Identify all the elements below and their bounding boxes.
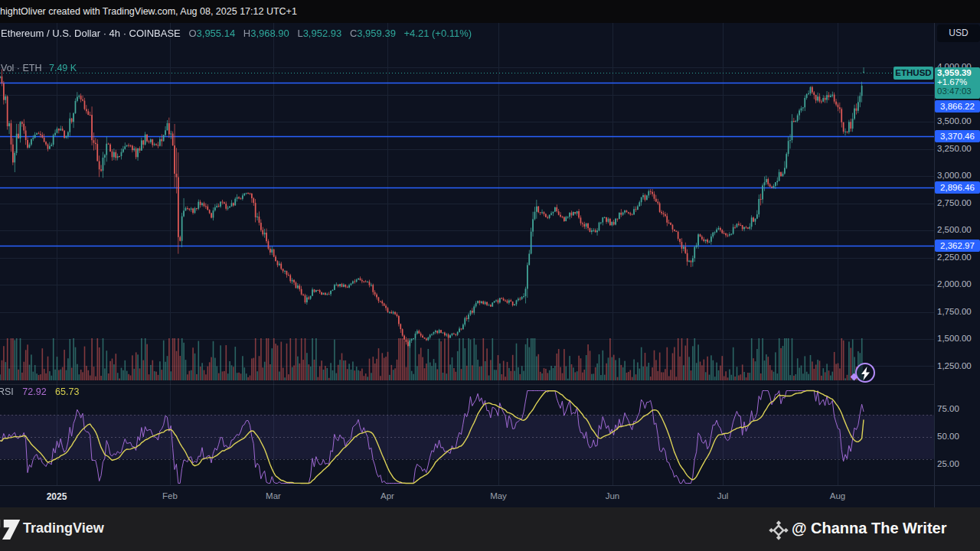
rsi-axis-tick: 50.00 <box>937 432 959 441</box>
high-label: H <box>243 28 250 39</box>
price-axis-tick: 1,500.00 <box>937 334 972 343</box>
watermark-bar: hightOliver created with TradingView.com… <box>0 0 980 23</box>
time-axis-label: Jul <box>717 491 729 500</box>
price-axis-tick: 1,750.00 <box>937 307 972 316</box>
price-level-badge: 3,866.22 <box>935 100 980 112</box>
time-axis-label: Aug <box>830 491 845 500</box>
bar-countdown: 03:47:03 <box>937 86 980 96</box>
time-axis-label: Mar <box>266 491 281 500</box>
lightning-cursor-icon <box>855 363 875 383</box>
tradingview-snapshot: hightOliver created with TradingView.com… <box>0 0 980 551</box>
price-axis-tick: 2,250.00 <box>937 253 972 262</box>
symbol-title: Ethereum / U.S. Dollar · 4h · COINBASE <box>1 28 181 39</box>
price-level-badge: 3,370.46 <box>935 130 980 142</box>
volume-legend[interactable]: Vol · ETH 7.49 K <box>1 63 77 73</box>
lightning-bolt-icon <box>860 367 871 380</box>
time-axis-label: May <box>490 491 507 500</box>
diamond-icon <box>769 520 789 540</box>
time-axis-label: 2025 <box>47 491 67 502</box>
price-axis-tick: 1,250.00 <box>937 361 972 370</box>
credit-text: @ Channa The Writer <box>792 520 947 537</box>
chart-region: Ethereum / U.S. Dollar · 4h · COINBASE O… <box>0 23 980 507</box>
currency-unit-button[interactable]: USD <box>937 24 980 42</box>
price-axis-tick: 3,000.00 <box>937 171 972 180</box>
rsi-ma-value: 65.73 <box>55 386 79 397</box>
volume-value: 7.49 K <box>49 63 77 73</box>
rsi-axis-tick: 75.00 <box>937 404 959 413</box>
volume-label: Vol · ETH <box>1 63 42 73</box>
close-label: C <box>350 28 357 39</box>
time-axis-label: Apr <box>381 491 394 500</box>
footer-bar: TradingView @ Channa The Writer <box>0 507 980 551</box>
close-value: 3,959.39 <box>357 28 396 39</box>
rsi-value: 72.92 <box>22 386 46 397</box>
time-axis-label: Feb <box>162 491 178 500</box>
price-axis-tick: 3,500.00 <box>937 116 972 126</box>
price-level-badge: 2,896.46 <box>935 181 980 194</box>
current-change-pct: +1.67% <box>937 77 980 86</box>
tradingview-logo-icon <box>0 517 23 543</box>
change-value: +4.21 (+0.11%) <box>404 28 472 39</box>
rsi-axis-tick: 25.00 <box>937 459 959 468</box>
price-axis-tick: 2,750.00 <box>937 198 972 207</box>
low-value: 3,952.93 <box>303 28 342 39</box>
price-chart-canvas[interactable] <box>0 23 934 485</box>
rsi-legend[interactable]: RSI 72.92 65.73 <box>0 386 79 397</box>
current-price-box: 3,959.39 +1.67% 03:47:03 <box>935 67 980 99</box>
low-label: L <box>297 28 302 39</box>
high-value: 3,968.90 <box>250 28 289 39</box>
watermark-text: hightOliver created with TradingView.com… <box>0 6 297 17</box>
time-axis[interactable]: 2025FebMarAprMayJunJulAug <box>0 485 980 507</box>
symbol-legend[interactable]: Ethereum / U.S. Dollar · 4h · COINBASE O… <box>1 28 472 39</box>
open-value: 3,955.14 <box>197 28 236 39</box>
symbol-price-tag: ETHUSD <box>893 67 933 80</box>
rsi-label: RSI <box>0 386 14 397</box>
price-level-badge: 2,362.97 <box>935 240 980 252</box>
tradingview-brand-text: TradingView <box>23 520 104 536</box>
price-axis-tick: 3,250.00 <box>937 144 972 153</box>
price-axis-tick: 2,000.00 <box>937 279 972 289</box>
open-label: O <box>188 28 196 39</box>
time-axis-label: Jun <box>606 491 620 500</box>
current-price: 3,959.39 <box>937 68 980 77</box>
price-axis-tick: 2,500.00 <box>937 225 972 234</box>
